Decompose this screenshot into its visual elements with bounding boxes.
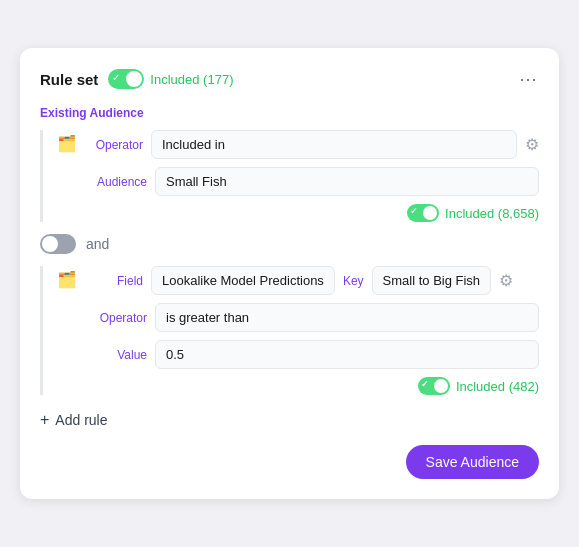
and-row: and xyxy=(40,234,539,254)
main-toggle-group: ✓ Included (177) xyxy=(108,69,233,89)
rule2-operator-value[interactable]: is greater than xyxy=(155,303,539,332)
rule2-field-label: Field xyxy=(85,274,143,288)
rule2-included-group: ✓ Included (482) xyxy=(418,377,539,395)
rule2-key-label: Key xyxy=(343,274,364,288)
rule2-toggle[interactable]: ✓ xyxy=(418,377,450,395)
add-rule-row[interactable]: + Add rule xyxy=(40,411,539,429)
existing-audience-label: Existing Audience xyxy=(40,106,539,120)
rule1-toggle-check: ✓ xyxy=(410,206,418,216)
rule1-footer: ✓ Included (8,658) xyxy=(57,204,539,222)
rule2-settings-button[interactable]: ⚙ xyxy=(499,271,513,290)
rule1-audience-value[interactable]: Small Fish xyxy=(155,167,539,196)
rule-block-2: 🗂️ Field Lookalike Model Predictions Key… xyxy=(40,266,539,395)
rule1-included-count: Included (8,658) xyxy=(445,206,539,221)
rule2-operator-label: Operator xyxy=(89,311,147,325)
rule2-footer: ✓ Included (482) xyxy=(57,377,539,395)
rule2-value-input[interactable]: 0.5 xyxy=(155,340,539,369)
rule1-settings-button[interactable]: ⚙ xyxy=(525,135,539,154)
header-left: Rule set ✓ Included (177) xyxy=(40,69,233,89)
rule1-audience-label: Audience xyxy=(89,175,147,189)
rule1-header-row: 🗂️ Operator Included in ⚙ xyxy=(57,130,539,159)
and-toggle[interactable] xyxy=(40,234,76,254)
toggle-check-icon: ✓ xyxy=(112,72,120,83)
rule2-field-value[interactable]: Lookalike Model Predictions xyxy=(151,266,335,295)
rule-set-card: Rule set ✓ Included (177) ⋯ Existing Aud… xyxy=(20,48,559,499)
card-header: Rule set ✓ Included (177) ⋯ xyxy=(40,68,539,90)
rule1-operator-label: Operator xyxy=(85,138,143,152)
stack-icon-2: 🗂️ xyxy=(57,270,77,289)
rule2-included-count: Included (482) xyxy=(456,379,539,394)
card-footer: Save Audience xyxy=(40,445,539,479)
rule-set-label: Rule set xyxy=(40,71,98,88)
rule1-audience-row: Audience Small Fish xyxy=(57,167,539,196)
plus-icon: + xyxy=(40,411,49,429)
and-label: and xyxy=(86,236,109,252)
rule1-operator-value[interactable]: Included in xyxy=(151,130,517,159)
rule2-key-value[interactable]: Small to Big Fish xyxy=(372,266,492,295)
rule1-included-group: ✓ Included (8,658) xyxy=(407,204,539,222)
rule-block-1: 🗂️ Operator Included in ⚙ Audience Small… xyxy=(40,130,539,222)
stack-icon-1: 🗂️ xyxy=(57,134,77,153)
main-included-badge: Included (177) xyxy=(150,72,233,87)
rule2-value-label: Value xyxy=(89,348,147,362)
rule1-toggle[interactable]: ✓ xyxy=(407,204,439,222)
main-toggle[interactable]: ✓ xyxy=(108,69,144,89)
rule2-field-row: 🗂️ Field Lookalike Model Predictions Key… xyxy=(57,266,539,295)
add-rule-label: Add rule xyxy=(55,412,107,428)
rule2-toggle-check: ✓ xyxy=(421,379,429,389)
save-audience-button[interactable]: Save Audience xyxy=(406,445,539,479)
more-options-button[interactable]: ⋯ xyxy=(519,68,539,90)
existing-audience-section: Existing Audience 🗂️ Operator Included i… xyxy=(40,106,539,222)
rule2-operator-row: Operator is greater than xyxy=(57,303,539,332)
rule2-value-row: Value 0.5 xyxy=(57,340,539,369)
